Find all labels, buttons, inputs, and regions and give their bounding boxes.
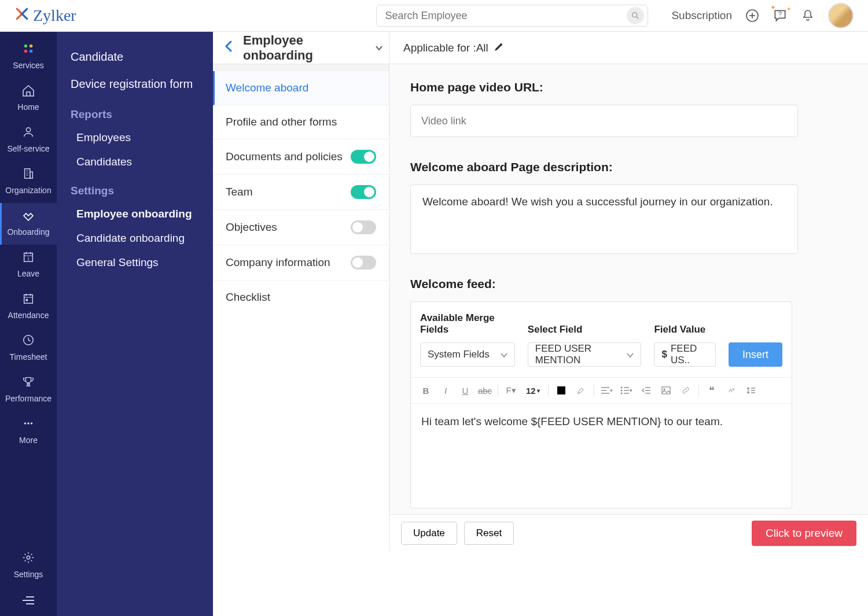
line-spacing-button[interactable] (743, 382, 759, 399)
line-spacing-icon (746, 386, 756, 394)
link-button[interactable] (678, 382, 694, 399)
svg-point-6 (24, 45, 28, 48)
step-company-info[interactable]: Company information (213, 245, 389, 281)
toggle-objectives[interactable] (351, 220, 376, 234)
subnav-employee-onboarding[interactable]: Employee onboarding (57, 202, 213, 226)
subnav-employees[interactable]: Employees (57, 126, 213, 150)
help-button[interactable]: ? (773, 8, 788, 23)
update-button[interactable]: Update (401, 522, 457, 545)
rail-label: Settings (14, 570, 43, 579)
svg-rect-11 (25, 169, 30, 179)
video-url-field (410, 105, 798, 137)
rail-item-timesheet[interactable]: Timesheet (0, 328, 57, 370)
search-wrap (376, 5, 648, 27)
svg-point-10 (26, 128, 30, 132)
step-documents-policies[interactable]: Documents and policies (213, 139, 389, 175)
font-family-button[interactable]: F▾ (503, 382, 519, 399)
insert-button[interactable]: Insert (729, 342, 782, 367)
rail-item-attendance[interactable]: Attendance (0, 286, 57, 328)
svg-point-7 (30, 45, 33, 48)
quote-button[interactable]: ❝ (704, 382, 720, 399)
video-url-label: Home page video URL: (410, 80, 847, 94)
edit-applicable-button[interactable] (494, 41, 505, 54)
reset-button[interactable]: Reset (464, 522, 514, 545)
step-label: Checklist (226, 291, 270, 304)
step-label: Documents and policies (226, 150, 343, 163)
subscription-link[interactable]: Subscription (671, 9, 732, 22)
rail-item-more[interactable]: More (0, 411, 57, 453)
content-scroll[interactable]: Home page video URL: Welcome aboard Page… (389, 64, 868, 514)
subnav-candidate[interactable]: Candidate (57, 43, 213, 71)
rail-item-self-service[interactable]: Self-service (0, 120, 57, 161)
list-button[interactable]: ▾ (619, 382, 635, 399)
strikethrough-icon: abc (478, 386, 492, 396)
step-objectives[interactable]: Objectives (213, 210, 389, 245)
back-button[interactable] (219, 40, 238, 56)
outdent-button[interactable] (638, 382, 654, 399)
svg-text:?: ? (778, 10, 782, 17)
rail-item-settings[interactable]: Settings (0, 545, 57, 587)
merge-fieldvalue-box[interactable]: $ FEED US.. (654, 342, 716, 367)
bell-icon (801, 9, 815, 23)
subnav-candidates[interactable]: Candidates (57, 150, 213, 174)
bold-icon: B (423, 386, 429, 396)
bold-button[interactable]: B (418, 382, 434, 399)
clear-format-button[interactable]: A (723, 382, 740, 399)
subnav-general-settings[interactable]: General Settings (57, 250, 213, 275)
svg-point-32 (27, 556, 30, 559)
svg-point-49 (663, 389, 665, 390)
search-input[interactable] (385, 10, 627, 22)
rail-item-performance[interactable]: Performance (0, 370, 57, 411)
rail-label: Performance (5, 394, 52, 403)
merge-available-dropdown[interactable]: System Fields (420, 342, 515, 367)
rail-item-leave[interactable]: 1 Leave (0, 245, 57, 286)
video-url-input[interactable] (421, 115, 787, 127)
step-team[interactable]: Team (213, 175, 389, 210)
strikethrough-button[interactable]: abc (477, 382, 493, 399)
subnav-candidate-onboarding[interactable]: Candidate onboarding (57, 226, 213, 250)
add-button[interactable] (745, 8, 760, 23)
feed-editor-text: Hi team let's welcome ${FEED USER MENTIO… (421, 415, 723, 427)
align-button[interactable]: ▾ (599, 382, 615, 399)
merge-select-dropdown[interactable]: FEED USER MENTION (528, 342, 642, 367)
search-button[interactable] (627, 7, 644, 24)
clear-format-icon: A (727, 386, 736, 395)
step-profile-forms[interactable]: Profile and other forms (213, 105, 389, 139)
desc-textarea[interactable]: Welcome aboard! We wish you a successful… (410, 185, 798, 254)
toggle-company-info[interactable] (351, 256, 376, 270)
step-welcome-aboard[interactable]: Welcome aboard (213, 71, 389, 105)
home-icon (0, 84, 57, 99)
rail-item-home[interactable]: Home (0, 78, 57, 120)
rail-item-onboarding[interactable]: Onboarding (0, 203, 57, 245)
underline-button[interactable]: U (457, 382, 473, 399)
page-header-left: Employee onboarding (213, 32, 389, 64)
text-color-button[interactable] (553, 382, 569, 399)
brand-logo[interactable]: Zylker (14, 6, 76, 25)
highlight-button[interactable] (573, 382, 589, 399)
handshake-icon (0, 209, 57, 224)
building-icon (0, 167, 57, 182)
quote-icon: ❝ (709, 384, 715, 397)
step-checklist[interactable]: Checklist (213, 281, 389, 314)
svg-point-29 (24, 422, 27, 425)
page-title-dropdown[interactable] (375, 43, 383, 53)
notifications-button[interactable] (800, 8, 815, 23)
image-button[interactable] (658, 382, 674, 399)
svg-rect-21 (24, 295, 33, 304)
subnav-device-registration[interactable]: Device registration form (57, 71, 213, 98)
toggle-documents-policies[interactable] (351, 150, 376, 164)
brand-logo-icon (14, 6, 30, 25)
feed-editor-box: Available Merge Fields System Fields Sel… (410, 301, 792, 508)
rail-item-services[interactable]: Services (0, 36, 57, 78)
toggle-team[interactable] (351, 185, 376, 199)
rail-item-organization[interactable]: Organization (0, 161, 57, 203)
rail-collapse-toggle[interactable] (0, 587, 57, 616)
preview-button[interactable]: Click to preview (752, 521, 856, 546)
applicable-value: All (476, 42, 488, 54)
avatar[interactable] (828, 3, 854, 28)
font-size-button[interactable]: 12▾ (523, 382, 543, 399)
italic-button[interactable]: I (437, 382, 454, 399)
chevron-left-icon (225, 40, 233, 52)
feed-editor[interactable]: Hi team let's welcome ${FEED USER MENTIO… (411, 404, 792, 508)
rail-label: Leave (17, 269, 39, 278)
